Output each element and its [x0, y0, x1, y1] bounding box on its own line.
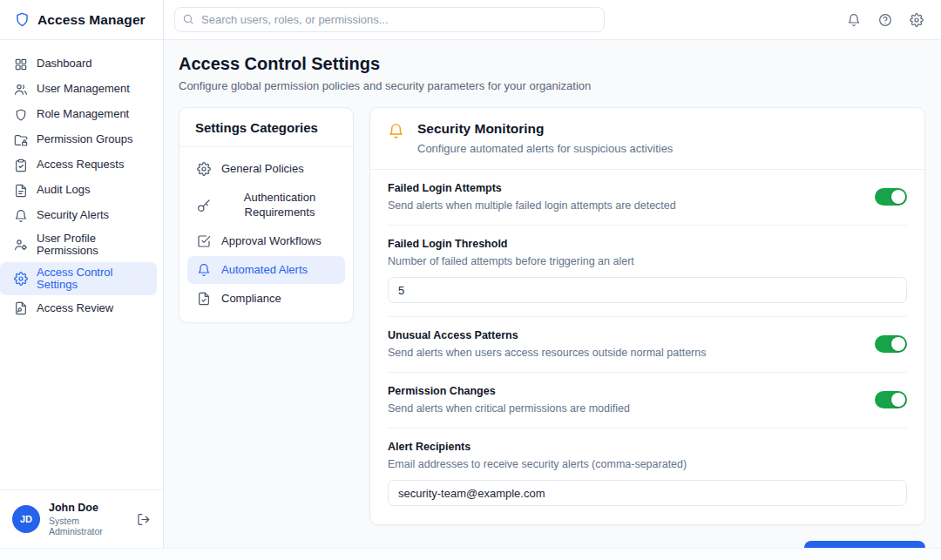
user-name: John Doe: [49, 502, 128, 514]
sidebar-item-label: User Profile Permissions: [37, 233, 149, 258]
sidebar-item-security-alerts[interactable]: Security Alerts: [0, 203, 163, 228]
setting-description: Number of failed attempts before trigger…: [388, 255, 907, 267]
avatar: JD: [12, 505, 40, 533]
sidebar-item-label: User Management: [37, 83, 130, 95]
check-square-icon: [197, 234, 211, 248]
shield-icon: [14, 108, 28, 122]
top-bar-icons: [847, 13, 924, 27]
help-circle-icon[interactable]: [878, 13, 892, 27]
setting-description: Send alerts when multiple failed login a…: [388, 199, 676, 212]
security-monitoring-panel: Security Monitoring Configure automated …: [369, 107, 925, 525]
user-role: System Administrator: [49, 516, 128, 536]
sidebar-item-access-requests[interactable]: Access Requests: [0, 152, 163, 178]
setting-row-failed-login-attempts: Failed Login Attempts Send alerts when m…: [388, 170, 907, 226]
page-content: Access Control Settings Configure global…: [164, 40, 941, 548]
settings-categories-card: Settings Categories General Policies Aut…: [179, 107, 354, 323]
category-label: Automated Alerts: [221, 263, 308, 277]
alert-recipients-input[interactable]: [388, 480, 907, 506]
category-automated-alerts[interactable]: Automated Alerts: [187, 256, 345, 284]
setting-row-permission-changes: Permission Changes Send alerts when crit…: [388, 373, 907, 428]
setting-label: Failed Login Attempts: [388, 182, 676, 194]
setting-label: Permission Changes: [388, 385, 630, 397]
panel-subtitle: Configure automated alerts for suspiciou…: [417, 142, 673, 155]
settings-categories-list: General Policies Authentication Requirem…: [179, 147, 353, 322]
sidebar-item-label: Role Management: [37, 108, 129, 120]
category-general-policies[interactable]: General Policies: [187, 155, 345, 183]
sidebar-item-label: Access Review: [37, 302, 113, 314]
key-icon: [197, 199, 211, 213]
user-cog-icon: [14, 238, 28, 252]
page-subtitle: Configure global permission policies and…: [179, 79, 925, 92]
category-compliance[interactable]: Compliance: [187, 285, 345, 313]
sidebar-item-permission-groups[interactable]: Permission Groups: [0, 127, 163, 152]
dashboard-grid-icon: [14, 57, 28, 71]
toggle-knob: [891, 337, 905, 351]
sidebar-item-label: Dashboard: [37, 57, 92, 70]
sidebar-nav: Dashboard User Management Role Managemen…: [0, 40, 163, 489]
category-label: Compliance: [221, 292, 281, 306]
sidebar-item-label: Access Requests: [37, 159, 124, 171]
file-check-icon: [197, 292, 211, 306]
notifications-bell-icon[interactable]: [847, 13, 861, 27]
sidebar: Access Manager Dashboard User Management…: [0, 0, 164, 548]
file-search-icon: [14, 301, 28, 315]
users-icon: [14, 83, 28, 97]
sidebar-item-user-management[interactable]: User Management: [0, 77, 163, 102]
user-profile-box: JD John Doe System Administrator: [0, 489, 163, 548]
sidebar-item-audit-logs[interactable]: Audit Logs: [0, 178, 163, 203]
toggle-knob: [891, 190, 905, 204]
setting-text: Unusual Access Patterns Send alerts when…: [388, 329, 706, 359]
toggle-permission-changes[interactable]: [875, 391, 907, 408]
sidebar-item-label: Audit Logs: [37, 184, 90, 196]
search-box: [174, 7, 605, 32]
gear-icon: [14, 272, 28, 286]
setting-description: Send alerts when users access resources …: [388, 347, 706, 359]
folder-lock-icon: [14, 133, 28, 147]
panel-header: Security Monitoring Configure automated …: [370, 108, 924, 170]
main-area: Access Control Settings Configure global…: [164, 0, 941, 548]
search-input[interactable]: [174, 7, 605, 32]
shield-logo-icon: [14, 11, 30, 28]
top-bar: [164, 0, 941, 40]
panel-title: Security Monitoring: [417, 121, 673, 137]
search-icon: [182, 13, 194, 25]
setting-label: Failed Login Threshold: [388, 238, 907, 250]
category-approval-workflows[interactable]: Approval Workflows: [187, 227, 345, 255]
setting-description: Email addresses to receive security aler…: [388, 458, 907, 470]
sidebar-item-role-management[interactable]: Role Management: [0, 102, 163, 127]
sidebar-item-access-review[interactable]: Access Review: [0, 295, 163, 320]
bell-icon: [14, 209, 28, 223]
category-label: General Policies: [221, 162, 304, 176]
settings-rows: Failed Login Attempts Send alerts when m…: [370, 170, 924, 524]
settings-gear-icon[interactable]: [910, 13, 924, 27]
toggle-knob: [891, 393, 905, 407]
sidebar-item-user-profile-permissions[interactable]: User Profile Permissions: [0, 228, 163, 262]
setting-row-failed-login-threshold: Failed Login Threshold Number of failed …: [388, 226, 907, 317]
app-title: Access Manager: [37, 12, 146, 28]
setting-text: Permission Changes Send alerts when crit…: [388, 385, 630, 415]
setting-label: Unusual Access Patterns: [388, 329, 706, 341]
sidebar-item-access-control-settings[interactable]: Access Control Settings: [0, 262, 157, 296]
file-text-icon: [14, 184, 28, 198]
setting-description: Send alerts when critical permissions ar…: [388, 402, 630, 415]
logout-icon[interactable]: [137, 512, 151, 527]
sidebar-item-dashboard[interactable]: Dashboard: [0, 51, 163, 77]
category-authentication-requirements[interactable]: Authentication Requirements: [187, 184, 345, 226]
sidebar-item-label: Access Control Settings: [37, 267, 143, 292]
setting-text: Failed Login Attempts Send alerts when m…: [388, 182, 676, 212]
setting-row-alert-recipients: Alert Recipients Email addresses to rece…: [388, 428, 907, 519]
settings-categories-title: Settings Categories: [179, 108, 353, 147]
failed-login-threshold-input[interactable]: [388, 277, 907, 303]
sidebar-item-label: Permission Groups: [37, 133, 133, 145]
setting-row-unusual-access-patterns: Unusual Access Patterns Send alerts when…: [388, 317, 907, 373]
save-changes-button[interactable]: Save Changes: [804, 541, 925, 548]
toggle-unusual-access-patterns[interactable]: [875, 335, 907, 353]
gear-icon: [197, 162, 211, 176]
category-label: Authentication Requirements: [221, 191, 338, 219]
app-window: Access Manager Dashboard User Management…: [0, 0, 941, 549]
panel-header-text: Security Monitoring Configure automated …: [417, 121, 673, 155]
bell-icon: [197, 263, 211, 277]
category-label: Approval Workflows: [221, 234, 322, 248]
user-info: John Doe System Administrator: [49, 502, 128, 536]
toggle-failed-login-attempts[interactable]: [875, 188, 907, 206]
